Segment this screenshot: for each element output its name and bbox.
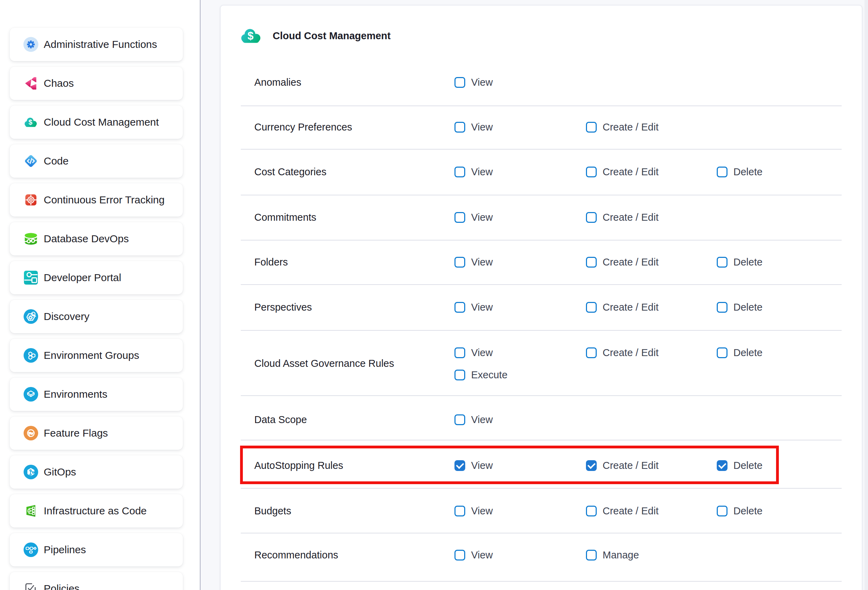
svg-text:$: $ <box>247 30 253 42</box>
svg-text:$: $ <box>28 118 32 126</box>
